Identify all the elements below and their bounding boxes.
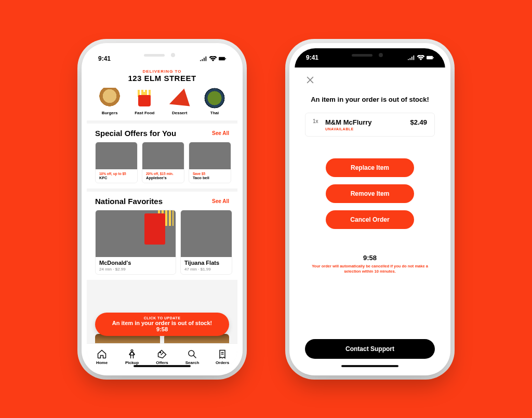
offer-image xyxy=(142,142,184,169)
offer-promo: 10% off, up to $5 xyxy=(99,172,134,176)
search-icon xyxy=(187,349,197,359)
category-label: Fast Food xyxy=(135,111,154,115)
svg-rect-6 xyxy=(433,57,434,59)
tab-label: Search xyxy=(185,360,200,365)
offer-restaurant: KFC xyxy=(99,176,134,180)
burger-icon xyxy=(98,88,121,109)
offers-see-all-link[interactable]: See All xyxy=(212,130,229,136)
offer-restaurant: Applebee's xyxy=(146,176,180,180)
offers-icon xyxy=(157,349,167,359)
svg-rect-5 xyxy=(427,56,433,59)
wifi-icon xyxy=(417,55,424,60)
replace-item-button[interactable]: Replace Item xyxy=(326,158,414,177)
svg-point-3 xyxy=(160,352,161,353)
offer-promo: Save $5 xyxy=(193,172,227,176)
device-notch xyxy=(123,48,201,62)
cellular-icon xyxy=(408,55,415,60)
favorites-title: National Favorites xyxy=(95,197,163,206)
offer-restaurant: Taco bell xyxy=(193,176,227,180)
favorite-restaurant: McDonald's xyxy=(99,260,172,266)
svg-rect-0 xyxy=(219,57,225,60)
out-of-stock-content: An item in your order is out of stock! 1… xyxy=(295,68,445,370)
category-burgers[interactable]: Burgers xyxy=(95,88,124,115)
screen-home: 9:41 DELIVERING TO 123 ELM STREET Burger… xyxy=(87,48,237,370)
delivery-address[interactable]: 123 ELM STREET xyxy=(95,74,229,83)
favorite-meta: 47 min · $1.99 xyxy=(184,267,228,272)
orders-icon xyxy=(217,349,228,359)
tab-label: Orders xyxy=(216,360,229,365)
category-label: Dessert xyxy=(172,111,187,115)
svg-point-2 xyxy=(131,349,133,352)
remove-item-button[interactable]: Remove Item xyxy=(326,184,414,203)
favorite-meta: 24 min · $2.99 xyxy=(99,267,172,272)
countdown-timer: 9:58 xyxy=(305,254,435,262)
status-time: 9:41 xyxy=(306,54,318,61)
screen-out-of-stock: 9:41 An item in your order is out of sto… xyxy=(295,48,445,370)
header-panel: DELIVERING TO 123 ELM STREET Burgers Fas… xyxy=(87,69,237,120)
action-buttons: Replace Item Remove Item Cancel Order xyxy=(326,158,414,229)
pickup-icon xyxy=(127,349,137,359)
delivering-to-label: DELIVERING TO xyxy=(95,69,229,74)
status-icons xyxy=(408,55,434,60)
close-icon[interactable] xyxy=(305,75,315,85)
tab-orders[interactable]: Orders xyxy=(209,349,235,365)
favorite-card[interactable]: Tijuana Flats47 min · $1.99 xyxy=(180,210,232,275)
tab-label: Pickup xyxy=(125,360,139,365)
offer-card[interactable]: 10% off, up to $5KFC xyxy=(95,142,138,183)
wifi-icon xyxy=(209,56,217,61)
home-indicator xyxy=(134,365,191,367)
category-label: Burgers xyxy=(102,111,118,115)
favorites-scroll[interactable]: McDonald's24 min · $2.99 Tijuana Flats47… xyxy=(95,210,237,275)
thai-icon xyxy=(203,88,226,109)
svg-rect-1 xyxy=(225,58,226,59)
out-of-stock-item: 1x M&M McFlurry UNAVAILABLE $2.49 xyxy=(305,113,435,137)
countdown-block: 9:58 Your order will automatically be ca… xyxy=(305,254,435,274)
item-name: M&M McFlurry xyxy=(325,118,410,126)
phone-home: 9:41 DELIVERING TO 123 ELM STREET Burger… xyxy=(82,43,243,375)
tab-pickup[interactable]: Pickup xyxy=(119,349,145,365)
status-icons xyxy=(200,56,226,61)
battery-icon xyxy=(427,55,434,60)
favorite-image xyxy=(181,210,232,257)
item-quantity: 1x xyxy=(313,118,325,124)
countdown-warning: Your order will automatically be cancell… xyxy=(305,264,435,274)
phone-out-of-stock: 9:41 An item in your order is out of sto… xyxy=(289,43,450,375)
item-price: $2.49 xyxy=(410,118,427,126)
fries-icon xyxy=(133,88,156,109)
banner-message: An item in your order is out of stock! xyxy=(105,320,219,326)
svg-point-4 xyxy=(189,350,194,356)
favorite-image xyxy=(96,210,176,257)
offer-card[interactable]: 20% off, $15 min.Applebee's xyxy=(142,142,184,183)
category-row: Burgers Fast Food Dessert Thai xyxy=(95,88,229,115)
banner-timer: 9:58 xyxy=(105,326,219,332)
category-label: Thai xyxy=(210,111,219,115)
offer-card[interactable]: Save $5Taco bell xyxy=(189,142,231,183)
item-status: UNAVAILABLE xyxy=(325,127,410,131)
favorite-card[interactable]: McDonald's24 min · $2.99 xyxy=(95,210,176,275)
tab-search[interactable]: Search xyxy=(179,349,205,365)
tab-home[interactable]: Home xyxy=(89,349,115,365)
offers-scroll[interactable]: 10% off, up to $5KFC 20% off, $15 min.Ap… xyxy=(95,142,237,183)
category-thai[interactable]: Thai xyxy=(200,88,229,115)
favorites-see-all-link[interactable]: See All xyxy=(212,198,229,204)
out-of-stock-banner[interactable]: CLICK TO UPDATE An item in your order is… xyxy=(95,313,229,336)
contact-support-button[interactable]: Contact Support xyxy=(305,339,435,359)
offer-image xyxy=(189,142,231,169)
category-dessert[interactable]: Dessert xyxy=(165,88,194,115)
tab-offers[interactable]: Offers xyxy=(149,349,175,365)
home-indicator xyxy=(341,365,398,367)
banner-eyebrow: CLICK TO UPDATE xyxy=(105,316,219,320)
modal-title: An item in your order is out of stock! xyxy=(305,96,435,103)
status-time: 9:41 xyxy=(98,55,111,62)
battery-icon xyxy=(219,56,226,61)
tab-label: Offers xyxy=(156,360,168,365)
offer-promo: 20% off, $15 min. xyxy=(146,172,180,176)
offers-title: Special Offers for You xyxy=(95,129,176,138)
category-fastfood[interactable]: Fast Food xyxy=(130,88,159,115)
home-icon xyxy=(97,349,107,359)
cellular-icon xyxy=(200,56,207,61)
favorite-restaurant: Tijuana Flats xyxy=(184,260,228,266)
cancel-order-button[interactable]: Cancel Order xyxy=(326,210,414,229)
offer-image xyxy=(96,142,137,169)
home-content[interactable]: DELIVERING TO 123 ELM STREET Burgers Fas… xyxy=(87,69,237,370)
